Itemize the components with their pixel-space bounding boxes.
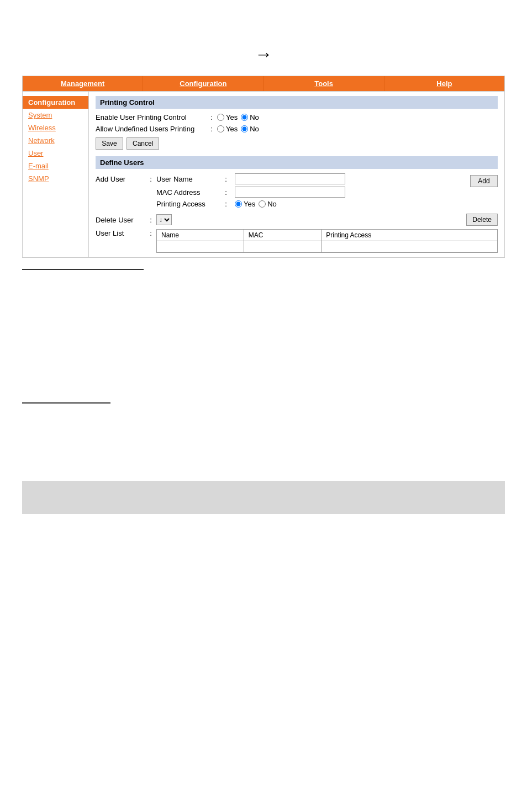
enable-yes-label[interactable]: Yes xyxy=(217,113,238,121)
define-users-section: Define Users Add User : User Name : xyxy=(96,156,498,253)
sidebar-item-network[interactable]: Network xyxy=(23,134,88,147)
divider-line-2 xyxy=(22,402,110,404)
main-layout: Configuration System Wireless Network Us… xyxy=(22,92,505,258)
mac-row: MAC Address : xyxy=(156,187,465,198)
username-input[interactable] xyxy=(235,173,345,184)
pa-no-label[interactable]: No xyxy=(259,200,277,208)
gray-box xyxy=(22,481,505,514)
delete-user-select[interactable]: ↓ xyxy=(156,214,172,225)
save-button[interactable]: Save xyxy=(96,137,123,150)
printing-access-row: Printing Access : Yes No xyxy=(156,200,465,208)
user-list-row: User List : Name MAC Printing Access xyxy=(96,229,498,253)
user-list-label: User List xyxy=(96,229,145,237)
enable-yes-radio[interactable] xyxy=(217,114,224,121)
printing-access-field-label: Printing Access xyxy=(156,200,217,208)
username-row: User Name : xyxy=(156,173,465,184)
cancel-button[interactable]: Cancel xyxy=(127,137,159,150)
pa-yes-radio[interactable] xyxy=(235,200,242,208)
enable-no-radio[interactable] xyxy=(241,114,248,121)
table-row xyxy=(157,241,498,253)
printing-access-radios: Yes No xyxy=(235,200,277,208)
sidebar-item-wireless[interactable]: Wireless xyxy=(23,121,88,134)
add-user-fields: User Name : MAC Address : xyxy=(156,173,465,210)
allow-undefined-row: Allow Undefined Users Printing : Yes No xyxy=(96,125,498,133)
delete-button[interactable]: Delete xyxy=(466,214,498,226)
user-list-table: Name MAC Printing Access xyxy=(156,229,498,253)
printing-control-header: Printing Control xyxy=(96,96,498,109)
mac-field-label: MAC Address xyxy=(156,188,217,197)
allow-undefined-radios: Yes No xyxy=(217,125,259,133)
allow-no-label[interactable]: No xyxy=(241,125,259,133)
col-printing-access: Printing Access xyxy=(322,230,498,241)
sidebar-item-system[interactable]: System xyxy=(23,109,88,121)
enable-printing-label: Enable User Printing Control xyxy=(96,113,206,121)
allow-yes-radio[interactable] xyxy=(217,125,224,132)
spacer-1 xyxy=(0,281,527,391)
allow-yes-label[interactable]: Yes xyxy=(217,125,238,133)
username-field-label: User Name xyxy=(156,175,217,183)
add-button[interactable]: Add xyxy=(470,175,498,187)
mac-input[interactable] xyxy=(235,187,345,198)
allow-undefined-label: Allow Undefined Users Printing xyxy=(96,125,206,133)
nav-tools[interactable]: Tools xyxy=(264,76,384,91)
col-mac: MAC xyxy=(244,230,322,241)
spacer-2 xyxy=(0,415,527,459)
add-user-wrapper: Add User : User Name : MAC Address xyxy=(96,173,498,210)
nav-configuration[interactable]: Configuration xyxy=(143,76,264,91)
sidebar-item-email[interactable]: E-mail xyxy=(23,160,88,172)
pa-yes-label[interactable]: Yes xyxy=(235,200,255,208)
pa-no-radio[interactable] xyxy=(259,200,266,208)
enable-no-label[interactable]: No xyxy=(241,113,259,121)
sidebar: Configuration System Wireless Network Us… xyxy=(23,92,89,257)
sidebar-item-snmp[interactable]: SNMP xyxy=(23,172,88,185)
allow-no-radio[interactable] xyxy=(241,125,248,132)
define-users-header: Define Users xyxy=(96,156,498,169)
divider-line-1 xyxy=(22,269,144,270)
content-area: Printing Control Enable User Printing Co… xyxy=(89,92,504,257)
page-wrapper: → Management Configuration Tools Help Co… xyxy=(0,0,527,812)
enable-printing-radios: Yes No xyxy=(217,113,259,121)
nav-bar: Management Configuration Tools Help xyxy=(22,76,505,92)
add-user-label: Add User xyxy=(96,173,145,183)
sidebar-item-configuration[interactable]: Configuration xyxy=(23,96,88,109)
nav-help[interactable]: Help xyxy=(384,76,504,91)
enable-printing-row: Enable User Printing Control : Yes No xyxy=(96,113,498,121)
sidebar-item-user[interactable]: User xyxy=(23,147,88,160)
col-name: Name xyxy=(157,230,244,241)
arrow-icon: → xyxy=(0,0,527,76)
save-cancel-row: Save Cancel xyxy=(96,137,498,150)
nav-management[interactable]: Management xyxy=(23,76,143,91)
add-button-area: Add xyxy=(465,173,498,187)
delete-user-row: Delete User : ↓ Delete xyxy=(96,214,498,226)
delete-user-label: Delete User xyxy=(96,216,145,224)
